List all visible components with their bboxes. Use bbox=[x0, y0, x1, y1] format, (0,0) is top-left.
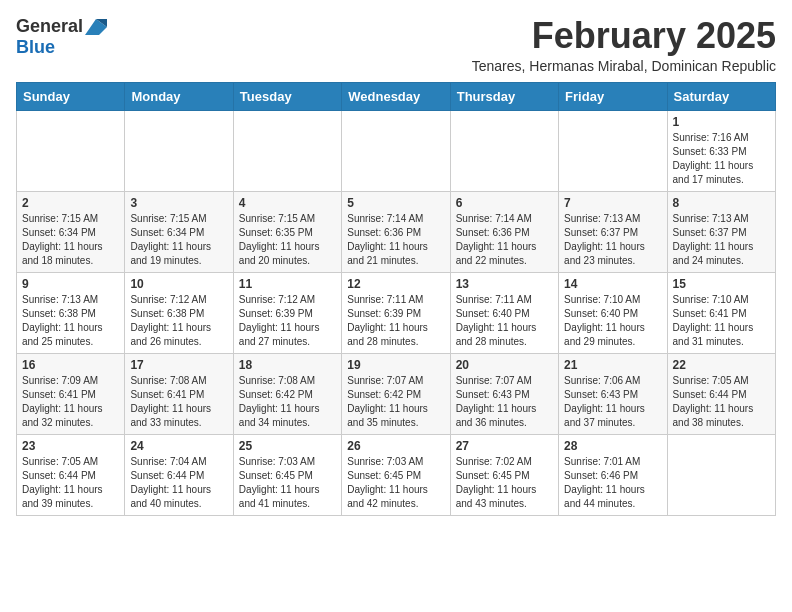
calendar-cell: 18Sunrise: 7:08 AM Sunset: 6:42 PM Dayli… bbox=[233, 353, 341, 434]
day-number: 2 bbox=[22, 196, 119, 210]
calendar-header-sunday: Sunday bbox=[17, 82, 125, 110]
calendar-header-row: SundayMondayTuesdayWednesdayThursdayFrid… bbox=[17, 82, 776, 110]
calendar-cell: 27Sunrise: 7:02 AM Sunset: 6:45 PM Dayli… bbox=[450, 434, 558, 515]
calendar-header-saturday: Saturday bbox=[667, 82, 775, 110]
calendar-cell: 17Sunrise: 7:08 AM Sunset: 6:41 PM Dayli… bbox=[125, 353, 233, 434]
day-info: Sunrise: 7:15 AM Sunset: 6:35 PM Dayligh… bbox=[239, 212, 336, 268]
calendar-cell: 24Sunrise: 7:04 AM Sunset: 6:44 PM Dayli… bbox=[125, 434, 233, 515]
calendar-header-tuesday: Tuesday bbox=[233, 82, 341, 110]
logo-icon bbox=[85, 19, 107, 35]
logo: General Blue bbox=[16, 16, 107, 58]
day-number: 1 bbox=[673, 115, 770, 129]
day-info: Sunrise: 7:14 AM Sunset: 6:36 PM Dayligh… bbox=[347, 212, 444, 268]
calendar-cell: 15Sunrise: 7:10 AM Sunset: 6:41 PM Dayli… bbox=[667, 272, 775, 353]
calendar-week-1: 1Sunrise: 7:16 AM Sunset: 6:33 PM Daylig… bbox=[17, 110, 776, 191]
day-info: Sunrise: 7:07 AM Sunset: 6:43 PM Dayligh… bbox=[456, 374, 553, 430]
calendar-cell: 3Sunrise: 7:15 AM Sunset: 6:34 PM Daylig… bbox=[125, 191, 233, 272]
calendar-cell: 11Sunrise: 7:12 AM Sunset: 6:39 PM Dayli… bbox=[233, 272, 341, 353]
calendar-cell: 23Sunrise: 7:05 AM Sunset: 6:44 PM Dayli… bbox=[17, 434, 125, 515]
day-number: 17 bbox=[130, 358, 227, 372]
day-number: 5 bbox=[347, 196, 444, 210]
day-info: Sunrise: 7:11 AM Sunset: 6:39 PM Dayligh… bbox=[347, 293, 444, 349]
day-number: 8 bbox=[673, 196, 770, 210]
calendar-cell bbox=[233, 110, 341, 191]
day-info: Sunrise: 7:11 AM Sunset: 6:40 PM Dayligh… bbox=[456, 293, 553, 349]
calendar-cell: 26Sunrise: 7:03 AM Sunset: 6:45 PM Dayli… bbox=[342, 434, 450, 515]
day-number: 16 bbox=[22, 358, 119, 372]
day-number: 12 bbox=[347, 277, 444, 291]
month-title: February 2025 bbox=[472, 16, 776, 56]
calendar-cell: 22Sunrise: 7:05 AM Sunset: 6:44 PM Dayli… bbox=[667, 353, 775, 434]
day-info: Sunrise: 7:13 AM Sunset: 6:38 PM Dayligh… bbox=[22, 293, 119, 349]
title-block: February 2025 Tenares, Hermanas Mirabal,… bbox=[472, 16, 776, 74]
calendar-cell: 16Sunrise: 7:09 AM Sunset: 6:41 PM Dayli… bbox=[17, 353, 125, 434]
calendar-week-5: 23Sunrise: 7:05 AM Sunset: 6:44 PM Dayli… bbox=[17, 434, 776, 515]
calendar-cell: 25Sunrise: 7:03 AM Sunset: 6:45 PM Dayli… bbox=[233, 434, 341, 515]
day-info: Sunrise: 7:05 AM Sunset: 6:44 PM Dayligh… bbox=[673, 374, 770, 430]
day-number: 7 bbox=[564, 196, 661, 210]
calendar-cell: 14Sunrise: 7:10 AM Sunset: 6:40 PM Dayli… bbox=[559, 272, 667, 353]
calendar-cell: 6Sunrise: 7:14 AM Sunset: 6:36 PM Daylig… bbox=[450, 191, 558, 272]
day-info: Sunrise: 7:06 AM Sunset: 6:43 PM Dayligh… bbox=[564, 374, 661, 430]
day-info: Sunrise: 7:07 AM Sunset: 6:42 PM Dayligh… bbox=[347, 374, 444, 430]
day-number: 19 bbox=[347, 358, 444, 372]
calendar-header-thursday: Thursday bbox=[450, 82, 558, 110]
day-number: 25 bbox=[239, 439, 336, 453]
calendar-header-wednesday: Wednesday bbox=[342, 82, 450, 110]
day-number: 28 bbox=[564, 439, 661, 453]
day-info: Sunrise: 7:16 AM Sunset: 6:33 PM Dayligh… bbox=[673, 131, 770, 187]
day-info: Sunrise: 7:04 AM Sunset: 6:44 PM Dayligh… bbox=[130, 455, 227, 511]
calendar-cell: 21Sunrise: 7:06 AM Sunset: 6:43 PM Dayli… bbox=[559, 353, 667, 434]
calendar-cell: 2Sunrise: 7:15 AM Sunset: 6:34 PM Daylig… bbox=[17, 191, 125, 272]
calendar-cell: 1Sunrise: 7:16 AM Sunset: 6:33 PM Daylig… bbox=[667, 110, 775, 191]
page-header: General Blue February 2025 Tenares, Herm… bbox=[16, 16, 776, 74]
calendar-cell bbox=[450, 110, 558, 191]
calendar-cell bbox=[667, 434, 775, 515]
calendar-cell: 19Sunrise: 7:07 AM Sunset: 6:42 PM Dayli… bbox=[342, 353, 450, 434]
day-info: Sunrise: 7:13 AM Sunset: 6:37 PM Dayligh… bbox=[673, 212, 770, 268]
day-number: 18 bbox=[239, 358, 336, 372]
day-number: 9 bbox=[22, 277, 119, 291]
calendar-cell: 12Sunrise: 7:11 AM Sunset: 6:39 PM Dayli… bbox=[342, 272, 450, 353]
calendar-cell: 8Sunrise: 7:13 AM Sunset: 6:37 PM Daylig… bbox=[667, 191, 775, 272]
logo-blue-text: Blue bbox=[16, 37, 55, 58]
day-info: Sunrise: 7:12 AM Sunset: 6:39 PM Dayligh… bbox=[239, 293, 336, 349]
day-number: 27 bbox=[456, 439, 553, 453]
day-info: Sunrise: 7:10 AM Sunset: 6:41 PM Dayligh… bbox=[673, 293, 770, 349]
day-info: Sunrise: 7:15 AM Sunset: 6:34 PM Dayligh… bbox=[22, 212, 119, 268]
day-number: 20 bbox=[456, 358, 553, 372]
day-number: 24 bbox=[130, 439, 227, 453]
calendar-week-3: 9Sunrise: 7:13 AM Sunset: 6:38 PM Daylig… bbox=[17, 272, 776, 353]
day-info: Sunrise: 7:14 AM Sunset: 6:36 PM Dayligh… bbox=[456, 212, 553, 268]
calendar-header-friday: Friday bbox=[559, 82, 667, 110]
day-number: 21 bbox=[564, 358, 661, 372]
logo-general-text: General bbox=[16, 16, 83, 37]
day-info: Sunrise: 7:09 AM Sunset: 6:41 PM Dayligh… bbox=[22, 374, 119, 430]
day-info: Sunrise: 7:02 AM Sunset: 6:45 PM Dayligh… bbox=[456, 455, 553, 511]
day-number: 4 bbox=[239, 196, 336, 210]
calendar-week-4: 16Sunrise: 7:09 AM Sunset: 6:41 PM Dayli… bbox=[17, 353, 776, 434]
day-info: Sunrise: 7:03 AM Sunset: 6:45 PM Dayligh… bbox=[347, 455, 444, 511]
calendar-cell bbox=[559, 110, 667, 191]
calendar-cell: 9Sunrise: 7:13 AM Sunset: 6:38 PM Daylig… bbox=[17, 272, 125, 353]
day-info: Sunrise: 7:08 AM Sunset: 6:42 PM Dayligh… bbox=[239, 374, 336, 430]
calendar-table: SundayMondayTuesdayWednesdayThursdayFrid… bbox=[16, 82, 776, 516]
day-number: 11 bbox=[239, 277, 336, 291]
day-info: Sunrise: 7:10 AM Sunset: 6:40 PM Dayligh… bbox=[564, 293, 661, 349]
day-number: 3 bbox=[130, 196, 227, 210]
calendar-cell: 28Sunrise: 7:01 AM Sunset: 6:46 PM Dayli… bbox=[559, 434, 667, 515]
day-number: 22 bbox=[673, 358, 770, 372]
day-info: Sunrise: 7:05 AM Sunset: 6:44 PM Dayligh… bbox=[22, 455, 119, 511]
day-info: Sunrise: 7:03 AM Sunset: 6:45 PM Dayligh… bbox=[239, 455, 336, 511]
calendar-cell bbox=[125, 110, 233, 191]
day-info: Sunrise: 7:15 AM Sunset: 6:34 PM Dayligh… bbox=[130, 212, 227, 268]
day-number: 14 bbox=[564, 277, 661, 291]
calendar-cell bbox=[342, 110, 450, 191]
calendar-cell: 5Sunrise: 7:14 AM Sunset: 6:36 PM Daylig… bbox=[342, 191, 450, 272]
calendar-cell: 13Sunrise: 7:11 AM Sunset: 6:40 PM Dayli… bbox=[450, 272, 558, 353]
calendar-header-monday: Monday bbox=[125, 82, 233, 110]
calendar-cell: 4Sunrise: 7:15 AM Sunset: 6:35 PM Daylig… bbox=[233, 191, 341, 272]
calendar-cell: 10Sunrise: 7:12 AM Sunset: 6:38 PM Dayli… bbox=[125, 272, 233, 353]
day-number: 13 bbox=[456, 277, 553, 291]
calendar-week-2: 2Sunrise: 7:15 AM Sunset: 6:34 PM Daylig… bbox=[17, 191, 776, 272]
